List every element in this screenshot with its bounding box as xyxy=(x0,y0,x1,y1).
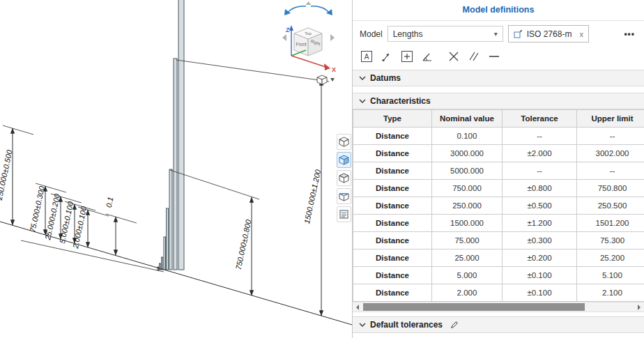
datum-standard-icon xyxy=(514,29,523,38)
pan-left-icon[interactable] xyxy=(282,34,286,41)
leader-tool-button[interactable] xyxy=(380,49,394,63)
characteristics-section-label: Characteristics xyxy=(370,96,431,106)
cell-value: ±0.100 xyxy=(503,267,577,284)
cell-value: 250.500 xyxy=(577,197,644,215)
cell-type: Distance xyxy=(353,180,432,197)
horizontal-scrollbar[interactable] xyxy=(353,302,644,312)
part-geometry[interactable] xyxy=(158,0,184,270)
cell-type: Distance xyxy=(353,145,432,162)
dimension-label[interactable]: 75.000±0.300 xyxy=(28,185,46,233)
cell-type: Distance xyxy=(353,232,432,249)
chevron-down-icon xyxy=(359,99,366,104)
framed-text-tool-button[interactable]: A xyxy=(360,49,374,63)
application-window: 250.000±0.500 75.000±0.300 25.000±0.200 … xyxy=(0,0,644,338)
table-row[interactable]: Distance25.000±0.20025.200 xyxy=(353,249,644,267)
named-positions-button[interactable] xyxy=(337,170,351,186)
edit-icon[interactable] xyxy=(450,320,459,330)
standard-chip[interactable]: ISO 2768-m x xyxy=(508,25,589,43)
table-row[interactable]: Distance1500.000±1.2001501.200 xyxy=(353,215,644,232)
cell-type: Distance xyxy=(353,197,432,215)
display-states-button[interactable] xyxy=(337,152,351,168)
cell-value: 250.000 xyxy=(432,197,503,215)
datum-feature-tool-button[interactable] xyxy=(400,49,414,63)
cell-value: 5.100 xyxy=(577,267,644,284)
cell-value: 75.300 xyxy=(577,232,644,249)
line-tool-button[interactable] xyxy=(487,49,501,63)
table-row[interactable]: Distance750.000±0.800750.800 xyxy=(353,180,644,197)
cell-value: 2.100 xyxy=(577,284,644,302)
model-select[interactable]: Lengths ▾ xyxy=(388,26,503,42)
cell-value: 0.100 xyxy=(432,128,503,145)
scrollbar-thumb[interactable] xyxy=(363,303,585,311)
default-tolerances-section-label: Default tolerances xyxy=(370,320,443,330)
table-row[interactable]: Distance3000.000±2.0003002.000 xyxy=(353,145,644,162)
dimension-label[interactable]: 0.1 xyxy=(105,196,115,208)
table-row[interactable]: Distance0.100---- xyxy=(353,128,644,145)
characteristics-table-head-row: TypeNominal valueToleranceUpper limit xyxy=(353,110,644,128)
named-views-button[interactable] xyxy=(337,206,351,222)
cell-value: 75.000 xyxy=(432,232,503,249)
column-header: Upper limit xyxy=(577,110,644,128)
cell-value: ±0.300 xyxy=(503,232,577,249)
column-header: Tolerance xyxy=(503,110,577,128)
characteristics-table-body: Distance0.100----Distance3000.000±2.0003… xyxy=(353,128,644,302)
scroll-right-button[interactable] xyxy=(635,302,644,312)
dimension-label[interactable]: 750.000±0.800 xyxy=(234,218,253,270)
cell-value: 1501.200 xyxy=(577,215,644,232)
cell-value: -- xyxy=(503,162,577,180)
cell-type: Distance xyxy=(353,162,432,180)
dimension-label[interactable]: 1500.000±1.200 xyxy=(302,168,322,224)
chevron-down-icon[interactable] xyxy=(330,78,335,82)
table-row[interactable]: Distance75.000±0.30075.300 xyxy=(353,232,644,249)
cell-value: ±0.200 xyxy=(503,249,577,267)
table-row[interactable]: Distance250.000±0.500250.500 xyxy=(353,197,644,215)
axis-x-label: X xyxy=(332,66,336,73)
view-cube-front-label[interactable]: Front xyxy=(296,42,306,47)
cell-value: 750.000 xyxy=(432,180,503,197)
annotation-toolbar: A xyxy=(353,46,644,70)
appearance-tool-button[interactable] xyxy=(337,134,351,150)
chevron-down-icon: ▾ xyxy=(494,30,498,38)
table-row[interactable]: Distance5000.000---- xyxy=(353,162,644,180)
standard-chip-label: ISO 2768-m xyxy=(527,29,572,39)
cell-type: Distance xyxy=(353,215,432,232)
cell-type: Distance xyxy=(353,128,432,145)
dimension-label[interactable]: 2.000±0.100 xyxy=(71,205,89,249)
rotate-up-icon[interactable] xyxy=(306,1,312,5)
view-options-button[interactable] xyxy=(317,75,335,84)
parallel-lines-tool-button[interactable] xyxy=(467,49,481,63)
section-view-button[interactable] xyxy=(337,188,351,204)
cell-value: ±0.800 xyxy=(503,180,577,197)
dimension-label[interactable]: 250.000±0.500 xyxy=(0,148,14,201)
cell-value: 25.200 xyxy=(577,249,644,267)
model-select-value: Lengths xyxy=(393,29,423,39)
scroll-left-button[interactable] xyxy=(353,302,362,312)
dimension-label[interactable]: 25.000±0.200 xyxy=(43,192,61,241)
model-definitions-panel: Model definitions Model Lengths ▾ ISO 27… xyxy=(352,0,644,338)
cell-value: 25.000 xyxy=(432,249,503,267)
pan-right-icon[interactable] xyxy=(330,34,335,41)
default-tolerances-section-header[interactable]: Default tolerances xyxy=(353,316,644,333)
cell-type: Distance xyxy=(353,284,432,302)
characteristics-section-header[interactable]: Characteristics xyxy=(353,93,644,109)
viewport-side-toolbar xyxy=(337,134,351,222)
close-icon[interactable]: x xyxy=(579,30,583,38)
angle-tool-button[interactable] xyxy=(420,49,434,63)
svg-text:A: A xyxy=(365,53,369,61)
view-cube-top-label[interactable]: Top xyxy=(305,31,312,36)
cell-value: ±2.000 xyxy=(503,145,577,162)
overflow-menu-button[interactable]: ••• xyxy=(624,29,638,39)
cell-type: Distance xyxy=(353,249,432,267)
table-row[interactable]: Distance5.000±0.1005.100 xyxy=(353,267,644,284)
model-label: Model xyxy=(360,29,383,39)
intersection-tool-button[interactable] xyxy=(447,49,461,63)
viewport-canvas[interactable]: 250.000±0.500 75.000±0.300 25.000±0.200 … xyxy=(0,0,352,338)
cell-value: 5.000 xyxy=(432,267,503,284)
cell-value: -- xyxy=(577,162,644,180)
scrollbar-track[interactable] xyxy=(362,302,635,312)
view-cube[interactable]: Top Front Right Z X xyxy=(282,1,336,84)
datums-section-header[interactable]: Datums xyxy=(353,70,644,86)
axis-z-label: Z xyxy=(286,26,290,33)
table-row[interactable]: Distance2.000±0.1002.100 xyxy=(353,284,644,302)
cell-value: -- xyxy=(503,128,577,145)
